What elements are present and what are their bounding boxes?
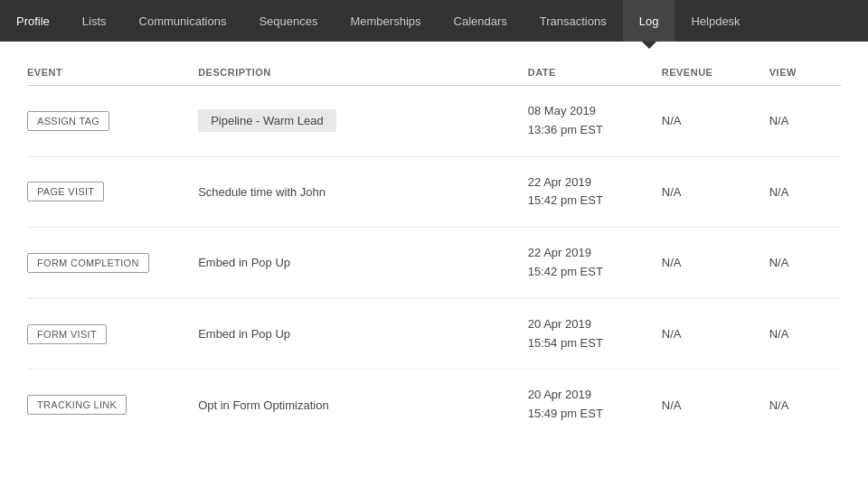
nav-memberships[interactable]: Memberships [334,0,437,42]
table-row: ASSIGN TAGPipeline - Warm Lead08 May 201… [27,86,841,157]
event-cell: TRACKING LINK [27,370,198,440]
event-cell: ASSIGN TAG [27,86,198,157]
table-header-row: EVENT DESCRIPTION DATE REVENUE VIEW [27,60,841,86]
revenue-cell: N/A [662,298,769,370]
revenue-cell: N/A [662,370,769,440]
table-row: FORM COMPLETIONEmbed in Pop Up22 Apr 201… [27,228,841,299]
view-cell: N/A [769,156,841,228]
date-cell: 08 May 201913:36 pm EST [528,86,662,157]
event-badge: TRACKING LINK [27,395,127,415]
date-cell: 20 Apr 201915:49 pm EST [528,370,662,440]
event-badge: FORM VISIT [27,324,107,344]
event-cell: FORM VISIT [27,298,198,370]
navigation: Profile Lists Communications Sequences M… [0,0,868,42]
revenue-cell: N/A [662,86,769,157]
col-header-revenue: REVENUE [662,60,769,86]
nav-log[interactable]: Log [623,0,675,42]
event-cell: PAGE VISIT [27,156,198,228]
nav-active-indicator [642,42,656,49]
date-cell: 22 Apr 201915:42 pm EST [528,156,662,228]
col-header-event: EVENT [27,60,198,86]
view-cell: N/A [769,228,841,299]
nav-transactions[interactable]: Transactions [524,0,623,42]
nav-sequences[interactable]: Sequences [242,0,334,42]
date-cell: 22 Apr 201915:42 pm EST [528,228,662,299]
description-cell: Embed in Pop Up [198,228,528,299]
col-header-description: DESCRIPTION [198,60,528,86]
event-badge: ASSIGN TAG [27,111,109,131]
revenue-cell: N/A [662,156,769,228]
description-cell: Embed in Pop Up [198,298,528,370]
main-content: EVENT DESCRIPTION DATE REVENUE VIEW ASSI… [0,42,868,487]
event-badge: FORM COMPLETION [27,253,149,273]
table-row: PAGE VISITSchedule time with John22 Apr … [27,156,841,228]
event-badge: PAGE VISIT [27,182,104,201]
description-cell: Pipeline - Warm Lead [198,86,528,157]
col-header-date: DATE [528,60,662,86]
date-cell: 20 Apr 201915:54 pm EST [528,298,662,370]
description-highlight: Pipeline - Warm Lead [198,109,336,132]
nav-profile[interactable]: Profile [0,0,66,42]
description-cell: Opt in Form Optimization [198,370,528,440]
view-cell: N/A [769,370,841,440]
event-cell: FORM COMPLETION [27,228,198,299]
description-cell: Schedule time with John [198,156,528,228]
view-cell: N/A [769,86,841,157]
col-header-view: VIEW [769,60,841,86]
table-row: TRACKING LINKOpt in Form Optimization20 … [27,370,841,440]
nav-communications[interactable]: Communications [123,0,243,42]
revenue-cell: N/A [662,228,769,299]
table-row: FORM VISITEmbed in Pop Up20 Apr 201915:5… [27,298,841,370]
nav-calendars[interactable]: Calendars [438,0,524,42]
nav-lists[interactable]: Lists [66,0,123,42]
nav-helpdesk[interactable]: Helpdesk [675,0,756,42]
view-cell: N/A [769,298,841,370]
log-table: EVENT DESCRIPTION DATE REVENUE VIEW ASSI… [27,60,841,440]
